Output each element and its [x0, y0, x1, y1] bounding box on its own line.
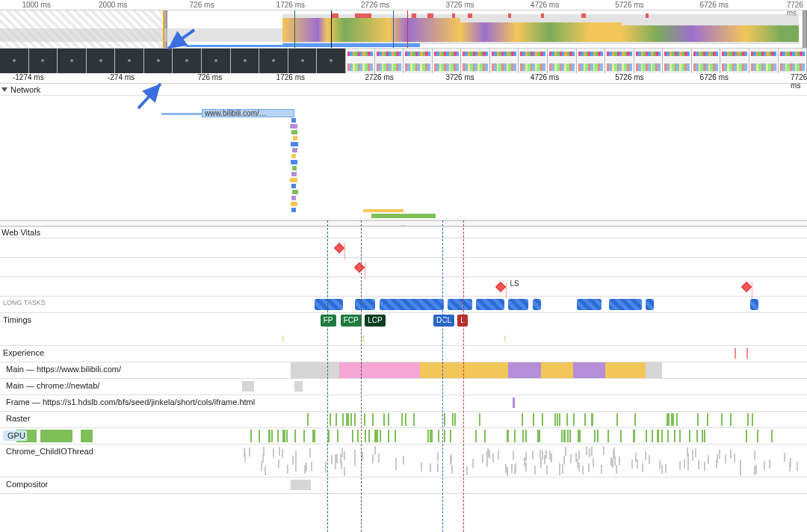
timing-lcp-badge[interactable]: LCP [365, 315, 385, 327]
task-tick[interactable] [573, 413, 575, 426]
task-tick[interactable] [421, 463, 422, 471]
cpu-overview[interactable]: 1000 ms 2000 ms 726 ms 1726 ms 2726 ms 3… [0, 0, 807, 49]
web-vitals-row-1[interactable] [0, 238, 807, 258]
task-tick[interactable] [259, 430, 260, 442]
task-tick[interactable] [588, 463, 590, 472]
task-tick[interactable] [489, 450, 490, 459]
task-tick[interactable] [754, 466, 755, 475]
task-tick[interactable] [704, 462, 705, 471]
task-tick[interactable] [311, 462, 312, 471]
task-tick[interactable] [368, 430, 370, 442]
task-tick[interactable] [306, 463, 307, 471]
task-tick[interactable] [294, 430, 296, 442]
task-tick[interactable] [717, 454, 718, 463]
filmstrip-frame[interactable] [519, 49, 548, 73]
task-tick[interactable] [544, 455, 545, 464]
task-tick[interactable] [273, 448, 274, 457]
task-tick[interactable] [635, 453, 637, 462]
task-tick[interactable] [514, 430, 516, 442]
task-tick[interactable] [507, 430, 508, 442]
task-tick[interactable] [672, 413, 674, 426]
frame-thread[interactable]: Frame — https://s1.hdslb.com/bfs/seed/ji… [0, 395, 807, 412]
timing-fp-badge[interactable]: FP [321, 315, 336, 327]
task-tick[interactable] [674, 430, 675, 442]
task-tick[interactable] [354, 457, 356, 466]
task-tick[interactable] [730, 413, 732, 426]
task-tick[interactable] [498, 451, 499, 460]
task-tick[interactable] [567, 430, 569, 442]
task-tick[interactable] [405, 413, 406, 426]
longtask-bar[interactable] [533, 299, 541, 310]
task-tick[interactable] [559, 463, 560, 472]
filmstrip-frame[interactable] [404, 49, 433, 73]
task-tick[interactable] [698, 460, 699, 469]
network-track[interactable]: www.bilibili.com/… [0, 96, 807, 220]
task-tick[interactable] [307, 413, 309, 426]
task-tick[interactable] [413, 413, 415, 426]
task-tick[interactable] [431, 430, 433, 442]
task-tick[interactable] [747, 413, 749, 426]
task-tick[interactable] [696, 430, 698, 442]
filmstrip-frame[interactable] [115, 49, 144, 73]
task-tick[interactable] [771, 430, 773, 442]
task-tick[interactable] [578, 430, 579, 442]
filmstrip-frame[interactable] [346, 49, 375, 73]
task-tick[interactable] [764, 461, 765, 470]
task-tick[interactable] [265, 466, 266, 475]
task-tick[interactable] [330, 413, 331, 426]
task-tick[interactable] [754, 451, 755, 460]
task-tick[interactable] [482, 454, 483, 463]
task-tick[interactable] [450, 430, 451, 442]
task-tick[interactable] [539, 430, 540, 442]
filmstrip-frame[interactable] [259, 49, 288, 73]
task-tick[interactable] [790, 458, 791, 467]
task-tick[interactable] [667, 430, 669, 442]
task-tick[interactable] [594, 430, 596, 442]
task-tick[interactable] [679, 430, 681, 442]
task-tick[interactable] [451, 465, 453, 474]
task-tick[interactable] [540, 459, 542, 468]
task-tick[interactable] [451, 454, 452, 463]
web-vital-marker[interactable] [334, 242, 344, 253]
resize-handle[interactable]: … [0, 220, 807, 226]
task-tick[interactable] [336, 454, 338, 463]
filmstrip-frame[interactable] [548, 49, 577, 73]
task-tick[interactable] [507, 467, 508, 476]
task-tick[interactable] [388, 413, 389, 426]
task-tick[interactable] [466, 466, 468, 475]
filmstrip-frame[interactable] [461, 49, 490, 73]
task-tick[interactable] [287, 465, 288, 474]
main-thread-bilibili[interactable]: Main — https://www.bilibili.com/ [0, 362, 807, 379]
task-tick[interactable] [607, 430, 609, 442]
task-tick[interactable] [591, 447, 593, 456]
web-vitals-header[interactable]: Web Vitals [0, 226, 807, 238]
filmstrip-frame[interactable] [173, 49, 202, 73]
task-tick[interactable] [578, 463, 580, 471]
task-tick[interactable] [631, 460, 633, 468]
filmstrip-frame[interactable] [58, 49, 87, 73]
task-tick[interactable] [746, 430, 747, 442]
web-vitals-row-3[interactable]: LS [0, 277, 807, 297]
task-tick[interactable] [586, 446, 587, 455]
task-tick[interactable] [279, 447, 280, 456]
experience-marker[interactable] [746, 348, 748, 359]
task-tick[interactable] [354, 413, 356, 426]
task-tick[interactable] [564, 430, 566, 442]
overview-handle-right[interactable] [803, 10, 807, 48]
task-tick[interactable] [559, 413, 560, 426]
task-tick[interactable] [584, 413, 586, 426]
task-tick[interactable] [689, 430, 690, 442]
task-tick[interactable] [341, 448, 343, 457]
task-tick[interactable] [383, 413, 385, 426]
task-tick[interactable] [342, 413, 344, 426]
network-request-bar[interactable] [363, 209, 404, 212]
task-tick[interactable] [350, 413, 352, 426]
longtask-bar[interactable] [508, 299, 528, 310]
task-tick[interactable] [769, 460, 770, 468]
task-tick[interactable] [282, 449, 283, 458]
task-tick[interactable] [522, 430, 524, 442]
task-bar[interactable] [291, 480, 311, 490]
task-tick[interactable] [542, 451, 543, 460]
filmstrip[interactable] [0, 49, 807, 73]
task-tick[interactable] [505, 464, 507, 473]
